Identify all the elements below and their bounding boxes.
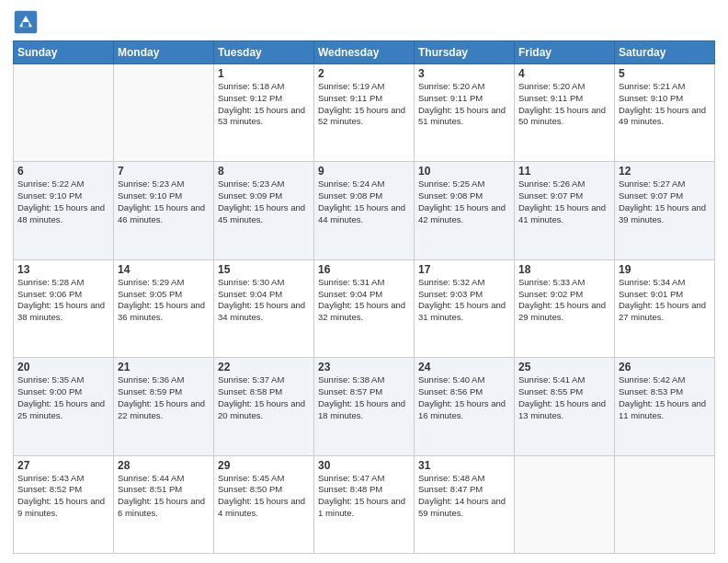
svg-rect-2 [23, 22, 29, 27]
calendar-cell: 20Sunrise: 5:35 AM Sunset: 9:00 PM Dayli… [14, 358, 114, 455]
calendar-cell [615, 455, 715, 553]
cell-info: Sunrise: 5:48 AM Sunset: 8:47 PM Dayligh… [418, 473, 510, 520]
day-number: 14 [118, 263, 210, 276]
day-number: 9 [318, 165, 410, 178]
day-number: 18 [518, 263, 610, 276]
cell-info: Sunrise: 5:38 AM Sunset: 8:57 PM Dayligh… [318, 374, 410, 421]
cell-info: Sunrise: 5:47 AM Sunset: 8:48 PM Dayligh… [318, 473, 410, 520]
cell-info: Sunrise: 5:43 AM Sunset: 8:52 PM Dayligh… [17, 473, 109, 520]
cell-info: Sunrise: 5:33 AM Sunset: 9:02 PM Dayligh… [518, 277, 610, 324]
cell-info: Sunrise: 5:40 AM Sunset: 8:56 PM Dayligh… [418, 374, 510, 421]
calendar-cell: 25Sunrise: 5:41 AM Sunset: 8:55 PM Dayli… [515, 358, 615, 455]
weekday-header-sunday: Sunday [14, 41, 114, 64]
calendar-cell: 8Sunrise: 5:23 AM Sunset: 9:09 PM Daylig… [214, 162, 314, 259]
cell-info: Sunrise: 5:31 AM Sunset: 9:04 PM Dayligh… [318, 277, 410, 324]
day-number: 3 [418, 67, 510, 80]
calendar-cell: 7Sunrise: 5:23 AM Sunset: 9:10 PM Daylig… [114, 162, 214, 259]
calendar-cell: 26Sunrise: 5:42 AM Sunset: 8:53 PM Dayli… [615, 358, 715, 455]
calendar-cell: 11Sunrise: 5:26 AM Sunset: 9:07 PM Dayli… [515, 162, 615, 259]
day-number: 20 [17, 361, 109, 373]
cell-info: Sunrise: 5:20 AM Sunset: 9:11 PM Dayligh… [518, 81, 610, 128]
cell-info: Sunrise: 5:35 AM Sunset: 9:00 PM Dayligh… [17, 374, 109, 421]
cell-info: Sunrise: 5:26 AM Sunset: 9:07 PM Dayligh… [518, 178, 610, 225]
calendar-cell: 23Sunrise: 5:38 AM Sunset: 8:57 PM Dayli… [314, 358, 415, 455]
calendar-cell: 4Sunrise: 5:20 AM Sunset: 9:11 PM Daylig… [515, 64, 615, 162]
cell-info: Sunrise: 5:32 AM Sunset: 9:03 PM Dayligh… [418, 277, 510, 324]
calendar-cell: 21Sunrise: 5:36 AM Sunset: 8:59 PM Dayli… [114, 358, 214, 455]
day-number: 24 [418, 361, 510, 373]
day-number: 30 [318, 459, 410, 472]
cell-info: Sunrise: 5:27 AM Sunset: 9:07 PM Dayligh… [619, 178, 711, 225]
calendar-cell: 17Sunrise: 5:32 AM Sunset: 9:03 PM Dayli… [415, 259, 515, 357]
cell-info: Sunrise: 5:42 AM Sunset: 8:53 PM Dayligh… [619, 374, 711, 421]
day-number: 23 [318, 361, 410, 373]
weekday-header-tuesday: Tuesday [214, 41, 314, 64]
calendar-cell: 30Sunrise: 5:47 AM Sunset: 8:48 PM Dayli… [314, 455, 415, 553]
calendar-cell: 16Sunrise: 5:31 AM Sunset: 9:04 PM Dayli… [314, 259, 415, 357]
weekday-header-saturday: Saturday [615, 41, 715, 64]
weekday-header-row: SundayMondayTuesdayWednesdayThursdayFrid… [14, 41, 715, 64]
week-row-4: 20Sunrise: 5:35 AM Sunset: 9:00 PM Dayli… [14, 358, 715, 455]
calendar-cell: 22Sunrise: 5:37 AM Sunset: 8:58 PM Dayli… [214, 358, 314, 455]
weekday-header-monday: Monday [114, 41, 214, 64]
header [13, 9, 715, 35]
day-number: 28 [118, 459, 210, 472]
day-number: 15 [218, 263, 310, 276]
calendar-cell [14, 64, 114, 162]
day-number: 27 [17, 459, 109, 472]
day-number: 8 [218, 165, 310, 178]
weekday-header-friday: Friday [515, 41, 615, 64]
calendar-cell: 27Sunrise: 5:43 AM Sunset: 8:52 PM Dayli… [14, 455, 114, 553]
day-number: 26 [619, 361, 711, 373]
week-row-1: 1Sunrise: 5:18 AM Sunset: 9:12 PM Daylig… [14, 64, 715, 162]
day-number: 29 [218, 459, 310, 472]
day-number: 2 [318, 67, 410, 80]
cell-info: Sunrise: 5:23 AM Sunset: 9:09 PM Dayligh… [218, 178, 310, 225]
day-number: 17 [418, 263, 510, 276]
day-number: 10 [418, 165, 510, 178]
cell-info: Sunrise: 5:45 AM Sunset: 8:50 PM Dayligh… [218, 473, 310, 520]
calendar-cell: 15Sunrise: 5:30 AM Sunset: 9:04 PM Dayli… [214, 259, 314, 357]
logo [13, 9, 42, 35]
calendar-cell: 29Sunrise: 5:45 AM Sunset: 8:50 PM Dayli… [214, 455, 314, 553]
day-number: 31 [418, 459, 510, 472]
cell-info: Sunrise: 5:29 AM Sunset: 9:05 PM Dayligh… [118, 277, 210, 324]
cell-info: Sunrise: 5:30 AM Sunset: 9:04 PM Dayligh… [218, 277, 310, 324]
calendar-cell: 1Sunrise: 5:18 AM Sunset: 9:12 PM Daylig… [214, 64, 314, 162]
day-number: 21 [118, 361, 210, 373]
logo-icon [13, 9, 39, 35]
day-number: 11 [518, 165, 610, 178]
calendar-cell: 3Sunrise: 5:20 AM Sunset: 9:11 PM Daylig… [415, 64, 515, 162]
cell-info: Sunrise: 5:36 AM Sunset: 8:59 PM Dayligh… [118, 374, 210, 421]
day-number: 1 [218, 67, 310, 80]
weekday-header-thursday: Thursday [415, 41, 515, 64]
day-number: 13 [17, 263, 109, 276]
calendar-cell: 12Sunrise: 5:27 AM Sunset: 9:07 PM Dayli… [615, 162, 715, 259]
calendar-cell: 28Sunrise: 5:44 AM Sunset: 8:51 PM Dayli… [114, 455, 214, 553]
cell-info: Sunrise: 5:28 AM Sunset: 9:06 PM Dayligh… [17, 277, 109, 324]
calendar-cell: 24Sunrise: 5:40 AM Sunset: 8:56 PM Dayli… [415, 358, 515, 455]
cell-info: Sunrise: 5:34 AM Sunset: 9:01 PM Dayligh… [619, 277, 711, 324]
calendar-cell: 13Sunrise: 5:28 AM Sunset: 9:06 PM Dayli… [14, 259, 114, 357]
cell-info: Sunrise: 5:18 AM Sunset: 9:12 PM Dayligh… [218, 81, 310, 128]
calendar-cell: 2Sunrise: 5:19 AM Sunset: 9:11 PM Daylig… [314, 64, 415, 162]
calendar-cell [114, 64, 214, 162]
week-row-2: 6Sunrise: 5:22 AM Sunset: 9:10 PM Daylig… [14, 162, 715, 259]
calendar-cell [515, 455, 615, 553]
week-row-3: 13Sunrise: 5:28 AM Sunset: 9:06 PM Dayli… [14, 259, 715, 357]
calendar-cell: 14Sunrise: 5:29 AM Sunset: 9:05 PM Dayli… [114, 259, 214, 357]
calendar-cell: 10Sunrise: 5:25 AM Sunset: 9:08 PM Dayli… [415, 162, 515, 259]
cell-info: Sunrise: 5:19 AM Sunset: 9:11 PM Dayligh… [318, 81, 410, 128]
page: SundayMondayTuesdayWednesdayThursdayFrid… [0, 0, 728, 563]
cell-info: Sunrise: 5:41 AM Sunset: 8:55 PM Dayligh… [518, 374, 610, 421]
day-number: 4 [518, 67, 610, 80]
cell-info: Sunrise: 5:24 AM Sunset: 9:08 PM Dayligh… [318, 178, 410, 225]
cell-info: Sunrise: 5:44 AM Sunset: 8:51 PM Dayligh… [118, 473, 210, 520]
calendar-cell: 6Sunrise: 5:22 AM Sunset: 9:10 PM Daylig… [14, 162, 114, 259]
calendar-cell: 9Sunrise: 5:24 AM Sunset: 9:08 PM Daylig… [314, 162, 415, 259]
calendar-table: SundayMondayTuesdayWednesdayThursdayFrid… [13, 40, 715, 554]
cell-info: Sunrise: 5:22 AM Sunset: 9:10 PM Dayligh… [17, 178, 109, 225]
week-row-5: 27Sunrise: 5:43 AM Sunset: 8:52 PM Dayli… [14, 455, 715, 553]
calendar-cell: 31Sunrise: 5:48 AM Sunset: 8:47 PM Dayli… [415, 455, 515, 553]
calendar-cell: 18Sunrise: 5:33 AM Sunset: 9:02 PM Dayli… [515, 259, 615, 357]
